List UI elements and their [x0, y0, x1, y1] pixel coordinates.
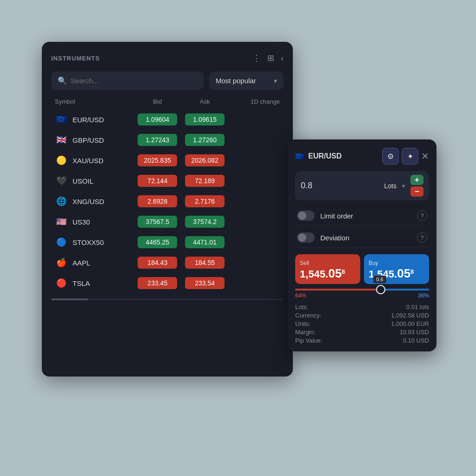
- lot-unit-chevron[interactable]: ▾: [402, 183, 405, 189]
- symbol-cell: 🍎 AAPL: [55, 256, 134, 269]
- flag-icon: 🍎: [55, 256, 68, 269]
- sell-price-sup: 8: [342, 268, 345, 275]
- lot-minus-btn[interactable]: −: [410, 186, 423, 197]
- pip-label: Pip Value:: [295, 337, 391, 344]
- scrollbar-thumb: [51, 298, 88, 300]
- ask-price[interactable]: 233.54: [185, 277, 225, 289]
- ask-cell: 4471.01: [181, 236, 229, 248]
- ask-cell: 233.54: [181, 277, 229, 289]
- toggle-thumb: [298, 212, 306, 220]
- filter-dropdown[interactable]: Most popular ▾: [209, 72, 284, 90]
- flag-icon: 🟡: [55, 154, 68, 167]
- trade-symbol-label: EUR/USD: [308, 152, 342, 160]
- ask-cell: 1.27260: [181, 134, 229, 146]
- ask-price[interactable]: 72.189: [185, 175, 225, 187]
- slider-track[interactable]: [295, 289, 429, 291]
- bid-price[interactable]: 233.45: [138, 277, 177, 289]
- lot-value[interactable]: 0.8: [301, 181, 381, 191]
- search-box[interactable]: 🔍: [51, 72, 204, 90]
- table-row[interactable]: 🔵 STOXX50 4465.25 4471.01: [51, 232, 284, 252]
- lots-value: 0.01 lots: [391, 304, 429, 311]
- bid-price[interactable]: 37567.5: [138, 216, 177, 228]
- collapse-icon[interactable]: ‹: [281, 53, 284, 63]
- slider-container[interactable]: 0.6 64% 36%: [295, 289, 429, 299]
- scrollbar[interactable]: [51, 298, 284, 300]
- bid-price[interactable]: 4465.25: [138, 236, 177, 248]
- buy-label: Buy: [369, 260, 424, 266]
- sparkle-icon-btn[interactable]: ✦: [402, 148, 418, 165]
- bid-price[interactable]: 1.27243: [138, 134, 177, 146]
- search-input[interactable]: [71, 77, 197, 85]
- close-button[interactable]: ✕: [421, 151, 429, 162]
- sell-price: 1,545.058: [300, 267, 356, 279]
- units-value: 1,000.00 EUR: [391, 320, 429, 327]
- buy-price-sup: 8: [410, 268, 414, 275]
- deviation-label: Deviation: [320, 234, 417, 242]
- ask-price[interactable]: 2.7176: [185, 195, 225, 207]
- symbol-name: EUR/USD: [73, 116, 104, 124]
- col-symbol: Symbol: [55, 98, 134, 105]
- units-label: Units:: [295, 320, 391, 327]
- deviation-help-icon[interactable]: ?: [417, 232, 427, 243]
- bid-price[interactable]: 1.09604: [138, 113, 177, 126]
- table-row[interactable]: 🌐 XNG/USD 2.6928 2.7176: [51, 192, 284, 211]
- symbol-cell: 🔴 TSLA: [55, 277, 134, 290]
- trade-flag: 🇪🇺: [295, 152, 304, 161]
- lot-plus-btn[interactable]: +: [410, 175, 423, 185]
- bid-cell: 1.09604: [134, 113, 181, 126]
- deviation-toggle[interactable]: [297, 232, 315, 243]
- lot-row: 0.8 Lots ▾ + −: [295, 171, 429, 200]
- bid-cell: 233.45: [134, 277, 181, 289]
- symbol-cell: 🟡 XAU/USD: [55, 154, 134, 167]
- ask-price[interactable]: 1.09615: [185, 113, 225, 126]
- filter-icon-btn[interactable]: ⚙: [382, 148, 399, 165]
- symbol-name: US30: [73, 218, 90, 226]
- bid-price[interactable]: 2.6928: [138, 195, 177, 207]
- flag-icon: 🔴: [55, 277, 68, 290]
- sell-button[interactable]: Sell 1,545.058: [295, 254, 360, 284]
- filter-label: Most popular: [216, 77, 256, 85]
- currency-value: 1,092.58 USD: [391, 312, 429, 319]
- flag-icon: 🇬🇧: [55, 133, 68, 146]
- ask-price[interactable]: 37574.2: [185, 216, 225, 228]
- symbol-cell: 🌐 XNG/USD: [55, 195, 134, 208]
- grid-icon[interactable]: ⊞: [267, 53, 274, 63]
- table-row[interactable]: 🇬🇧 GBP/USD 1.27243 1.27260: [51, 130, 284, 150]
- table-row[interactable]: 🔴 TSLA 233.45 233.54: [51, 273, 284, 293]
- trade-header: 🇪🇺 EUR/USD ⚙ ✦ ✕: [295, 148, 429, 165]
- trade-symbol: 🇪🇺 EUR/USD: [295, 152, 378, 161]
- limit-order-help-icon[interactable]: ?: [417, 211, 427, 221]
- panel-header: INSTRUMENTS ⋮ ⊞ ‹: [51, 53, 284, 63]
- sell-price-big: 05: [328, 266, 342, 280]
- table-row[interactable]: 🟡 XAU/USD 2025.835 2026.082: [51, 151, 284, 170]
- deviation-toggle-thumb: [298, 233, 306, 242]
- bid-price[interactable]: 72.144: [138, 175, 177, 187]
- bid-price[interactable]: 184.43: [138, 257, 177, 269]
- ask-price[interactable]: 184.55: [185, 257, 225, 269]
- lot-stepper: + −: [410, 175, 423, 197]
- limit-order-toggle[interactable]: [297, 211, 315, 221]
- buy-price-big: 05: [397, 266, 410, 280]
- symbol-cell: 🇬🇧 GBP/USD: [55, 133, 134, 146]
- symbol-name: TSLA: [73, 279, 90, 287]
- ask-price[interactable]: 2026.082: [185, 154, 225, 166]
- flag-icon: 🌐: [55, 195, 68, 208]
- ask-price[interactable]: 4471.01: [185, 236, 225, 248]
- table-header: Symbol Bid Ask 1D change: [51, 98, 284, 110]
- bid-cell: 184.43: [134, 257, 181, 269]
- chevron-down-icon: ▾: [274, 77, 277, 85]
- table-row[interactable]: 🍎 AAPL 184.43 184.55: [51, 253, 284, 272]
- table-row[interactable]: 🖤 USOIL 72.144 72.189: [51, 171, 284, 191]
- bid-cell: 72.144: [134, 175, 181, 187]
- pip-value: 0.10 USD: [391, 337, 429, 344]
- symbol-name: AAPL: [73, 259, 90, 267]
- table-row[interactable]: 🇪🇺 EUR/USD 1.09604 1.09615: [51, 110, 284, 129]
- more-options-icon[interactable]: ⋮: [252, 53, 261, 63]
- bid-cell: 4465.25: [134, 236, 181, 248]
- bid-price[interactable]: 2025.835: [138, 154, 177, 166]
- ask-price[interactable]: 1.27260: [185, 134, 225, 146]
- flag-icon: 🖤: [55, 174, 68, 187]
- table-row[interactable]: 🇺🇸 US30 37567.5 37574.2: [51, 212, 284, 231]
- flag-icon: 🇺🇸: [55, 215, 68, 228]
- panel-title: INSTRUMENTS: [51, 55, 100, 62]
